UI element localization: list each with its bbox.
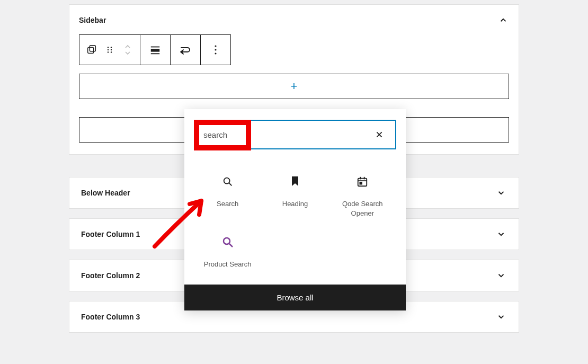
plus-icon: + xyxy=(291,81,298,92)
svg-rect-22 xyxy=(360,182,362,184)
block-inserter-popup: Search Heading Qode Search Opener Produc… xyxy=(184,109,406,310)
calendar-icon xyxy=(355,175,369,189)
svg-rect-9 xyxy=(151,49,160,52)
search-icon xyxy=(221,175,235,189)
svg-point-2 xyxy=(108,47,109,48)
magnify-icon xyxy=(221,235,235,249)
panel-title: Footer Column 2 xyxy=(81,271,140,280)
block-item-product-search[interactable]: Product Search xyxy=(194,231,261,282)
move-to-icon[interactable] xyxy=(174,35,197,65)
chevron-down-icon xyxy=(495,270,507,281)
bookmark-icon xyxy=(288,175,302,189)
block-results-grid: Search Heading Qode Search Opener Produc… xyxy=(194,171,396,282)
search-field-wrap xyxy=(194,120,396,149)
svg-point-7 xyxy=(111,51,112,52)
browse-all-label: Browse all xyxy=(277,293,313,302)
sidebar-panel-header[interactable]: Sidebar xyxy=(79,14,509,26)
block-item-qode-search-opener[interactable]: Qode Search Opener xyxy=(329,171,396,231)
more-options-icon[interactable] xyxy=(204,35,227,65)
svg-point-23 xyxy=(224,238,230,244)
svg-point-5 xyxy=(111,47,112,48)
svg-rect-1 xyxy=(90,46,95,51)
move-arrows-icon[interactable] xyxy=(119,35,137,65)
svg-rect-10 xyxy=(151,53,160,54)
svg-point-16 xyxy=(224,178,229,184)
svg-rect-8 xyxy=(151,47,160,48)
drag-handle-icon[interactable] xyxy=(101,35,119,65)
block-label: Qode Search Opener xyxy=(331,199,394,218)
block-item-heading[interactable]: Heading xyxy=(261,171,328,231)
panel-title: Below Header xyxy=(81,189,130,197)
block-item-search[interactable]: Search xyxy=(194,171,261,231)
svg-rect-0 xyxy=(88,47,94,53)
block-label: Search xyxy=(217,199,238,209)
sidebar-title: Sidebar xyxy=(79,16,106,24)
block-toolbar xyxy=(79,34,231,65)
panel-title: Footer Column 3 xyxy=(81,313,140,321)
clear-search-button[interactable] xyxy=(372,127,387,142)
chevron-down-icon xyxy=(495,228,507,240)
browse-all-button[interactable]: Browse all xyxy=(184,285,406,310)
block-type-icon[interactable] xyxy=(83,35,101,65)
chevron-down-icon xyxy=(495,311,507,323)
svg-point-3 xyxy=(108,49,109,50)
panel-title: Footer Column 1 xyxy=(81,230,140,238)
block-search-input[interactable] xyxy=(203,130,372,139)
add-block-button[interactable]: + xyxy=(79,74,509,99)
chevron-up-icon xyxy=(497,14,509,26)
svg-point-4 xyxy=(108,51,109,52)
svg-point-6 xyxy=(111,49,112,50)
align-icon[interactable] xyxy=(144,35,167,65)
svg-point-12 xyxy=(215,49,216,50)
svg-line-17 xyxy=(229,183,231,186)
chevron-down-icon xyxy=(495,187,507,199)
svg-point-13 xyxy=(215,52,216,54)
svg-line-24 xyxy=(229,244,233,247)
block-label: Product Search xyxy=(204,260,252,269)
block-label: Heading xyxy=(282,199,308,209)
svg-point-11 xyxy=(215,45,216,47)
